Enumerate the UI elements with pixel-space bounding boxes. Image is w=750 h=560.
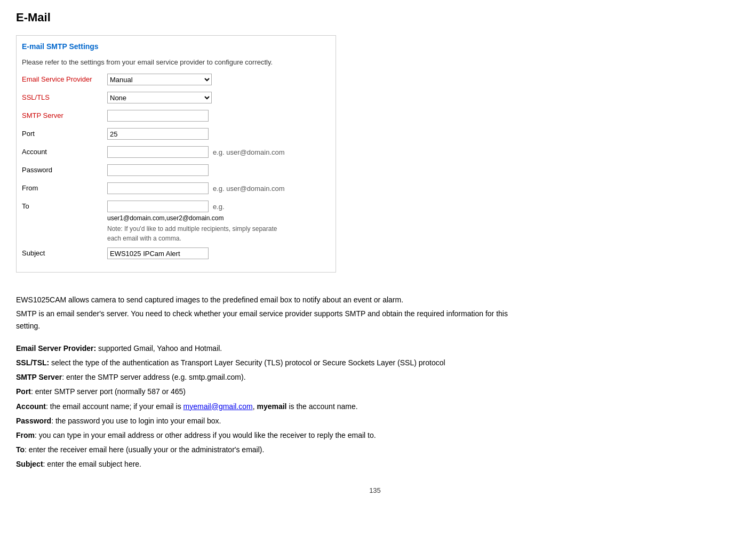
password-label: Password (22, 164, 107, 174)
port-input[interactable] (107, 128, 209, 140)
subject-input[interactable] (107, 247, 209, 259)
email-service-provider-select[interactable]: Manual Gmail Yahoo Hotmail (107, 74, 212, 85)
desc-account-link[interactable]: myemail@gmail.com (183, 402, 253, 411)
desc-password: Password: the password you use to login … (16, 415, 528, 427)
password-input[interactable] (107, 164, 209, 176)
smtp-server-input[interactable] (107, 110, 209, 122)
intro-line1: EWS1025CAM allows camera to send capture… (16, 294, 528, 306)
password-row: Password (22, 164, 330, 178)
section-title: E-mail SMTP Settings (22, 42, 330, 51)
smtp-server-row: SMTP Server (22, 110, 330, 124)
desc-password-bold: Password (16, 417, 51, 425)
desc-ssl-bold: SSL/TSL: (16, 358, 49, 367)
intro-line2: SMTP is an email sender's server. You ne… (16, 308, 528, 332)
from-input[interactable] (107, 182, 209, 194)
desc-smtp-rest: : enter the SMTP server address (e.g. sm… (62, 373, 245, 381)
page-title: E-Mail (16, 11, 734, 25)
desc-from-bold: From (16, 431, 35, 439)
desc-subject: Subject: enter the email subject here. (16, 458, 528, 470)
from-label: From (22, 182, 107, 192)
desc-account-rest-before: : the email account name; if your email … (46, 402, 183, 411)
subject-label: Subject (22, 247, 107, 257)
ssl-tls-label: SSL/TLS (22, 92, 107, 101)
desc-account-inline-bold: myemail (257, 402, 286, 411)
desc-section: Email Server Provider: supported Gmail, … (16, 342, 528, 470)
smtp-settings-form: E-mail SMTP Settings Please refer to the… (16, 35, 336, 273)
from-hint: e.g. user@domain.com (213, 185, 285, 193)
desc-to-bold: To (16, 445, 25, 454)
to-inner-control: e.g. user1@domain.com,user2@domain.com N… (107, 201, 277, 243)
ssl-tls-select[interactable]: None TLS SSL (107, 92, 212, 103)
password-control (107, 164, 209, 176)
desc-account-rest-end: is the account name. (287, 402, 358, 411)
port-row: Port (22, 128, 330, 142)
smtp-server-control (107, 110, 209, 122)
notice-text: Please refer to the settings from your e… (22, 58, 330, 66)
description-block: EWS1025CAM allows camera to send capture… (16, 294, 528, 332)
port-control (107, 128, 209, 140)
desc-ssl-tsl: SSL/TSL: select the type of the authenti… (16, 357, 528, 369)
desc-smtp-server: SMTP Server: enter the SMTP server addre… (16, 371, 528, 383)
desc-subject-bold: Subject (16, 460, 43, 468)
subject-row: Subject (22, 247, 330, 261)
desc-port-bold: Port (16, 387, 31, 396)
account-hint: e.g. user@domain.com (213, 148, 285, 156)
desc-email-provider: Email Server Provider: supported Gmail, … (16, 342, 528, 355)
ssl-tls-row: SSL/TLS None TLS SSL (22, 92, 330, 106)
desc-account: Account: the email account name; if your… (16, 401, 528, 413)
desc-to-rest: : enter the receiver email here (usually… (25, 445, 264, 454)
desc-port: Port: enter SMTP server port (normally 5… (16, 386, 528, 398)
desc-account-bold: Account (16, 402, 46, 411)
to-note: Note: If you'd like to add multiple reci… (107, 224, 277, 243)
desc-from-rest: : you can type in your email address or … (35, 431, 376, 439)
to-hint: e.g. (213, 203, 225, 211)
to-input[interactable] (107, 201, 209, 212)
account-label: Account (22, 146, 107, 156)
desc-to: To: enter the receiver email here (usual… (16, 444, 528, 456)
desc-ssl-rest: select the type of the authentication as… (49, 358, 445, 367)
to-label: To (22, 201, 107, 210)
to-row: To e.g. user1@domain.com,user2@domain.co… (22, 201, 330, 243)
from-control: e.g. user@domain.com (107, 182, 285, 194)
desc-from: From: you can type in your email address… (16, 429, 528, 442)
port-label: Port (22, 128, 107, 138)
account-input[interactable] (107, 146, 209, 158)
from-row: From e.g. user@domain.com (22, 182, 330, 196)
email-service-provider-control: Manual Gmail Yahoo Hotmail (107, 74, 212, 85)
ssl-tls-control: None TLS SSL (107, 92, 212, 103)
desc-port-rest: : enter SMTP server port (normally 587 o… (31, 387, 186, 396)
to-example: user1@domain.com,user2@domain.com (107, 213, 277, 223)
desc-subject-rest: : enter the email subject here. (43, 460, 141, 468)
smtp-server-label: SMTP Server (22, 110, 107, 119)
page-number: 135 (16, 486, 734, 494)
desc-email-provider-bold: Email Server Provider: (16, 344, 96, 353)
to-control: e.g. user1@domain.com,user2@domain.com N… (107, 201, 277, 243)
account-control: e.g. user@domain.com (107, 146, 285, 158)
subject-control (107, 247, 209, 259)
email-service-provider-row: Email Service Provider Manual Gmail Yaho… (22, 74, 330, 87)
desc-email-provider-rest: supported Gmail, Yahoo and Hotmail. (96, 344, 222, 353)
email-service-provider-label: Email Service Provider (22, 74, 107, 83)
account-row: Account e.g. user@domain.com (22, 146, 330, 160)
desc-password-rest: : the password you use to login into you… (51, 417, 221, 425)
desc-smtp-bold: SMTP Server (16, 373, 62, 381)
